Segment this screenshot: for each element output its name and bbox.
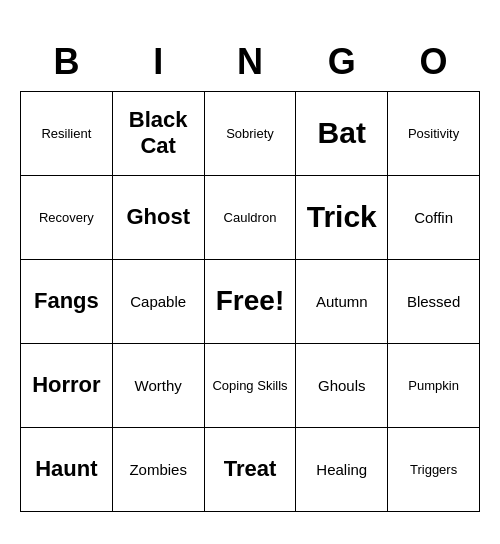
header-o: O xyxy=(388,33,480,92)
bingo-cell: Free! xyxy=(204,259,296,343)
table-row: HauntZombiesTreatHealingTriggers xyxy=(21,427,480,511)
bingo-cell: Capable xyxy=(112,259,204,343)
bingo-cell: Horror xyxy=(21,343,113,427)
bingo-cell: Blessed xyxy=(388,259,480,343)
bingo-cell: Black Cat xyxy=(112,91,204,175)
header-n: N xyxy=(204,33,296,92)
bingo-cell: Worthy xyxy=(112,343,204,427)
bingo-cell: Triggers xyxy=(388,427,480,511)
bingo-cell: Healing xyxy=(296,427,388,511)
bingo-cell: Resilient xyxy=(21,91,113,175)
bingo-cell: Coffin xyxy=(388,175,480,259)
bingo-cell: Positivity xyxy=(388,91,480,175)
bingo-cell: Haunt xyxy=(21,427,113,511)
bingo-cell: Autumn xyxy=(296,259,388,343)
header-g: G xyxy=(296,33,388,92)
bingo-cell: Ghost xyxy=(112,175,204,259)
bingo-cell: Fangs xyxy=(21,259,113,343)
bingo-cell: Trick xyxy=(296,175,388,259)
bingo-grid: B I N G O ResilientBlack CatSobrietyBatP… xyxy=(20,33,480,512)
bingo-cell: Zombies xyxy=(112,427,204,511)
bingo-cell: Recovery xyxy=(21,175,113,259)
header-b: B xyxy=(21,33,113,92)
table-row: FangsCapableFree!AutumnBlessed xyxy=(21,259,480,343)
table-row: RecoveryGhostCauldronTrickCoffin xyxy=(21,175,480,259)
header-row: B I N G O xyxy=(21,33,480,92)
table-row: ResilientBlack CatSobrietyBatPositivity xyxy=(21,91,480,175)
bingo-cell: Cauldron xyxy=(204,175,296,259)
header-i: I xyxy=(112,33,204,92)
bingo-cell: Pumpkin xyxy=(388,343,480,427)
bingo-cell: Ghouls xyxy=(296,343,388,427)
table-row: HorrorWorthyCoping SkillsGhoulsPumpkin xyxy=(21,343,480,427)
bingo-cell: Coping Skills xyxy=(204,343,296,427)
bingo-cell: Sobriety xyxy=(204,91,296,175)
bingo-cell: Bat xyxy=(296,91,388,175)
bingo-cell: Treat xyxy=(204,427,296,511)
